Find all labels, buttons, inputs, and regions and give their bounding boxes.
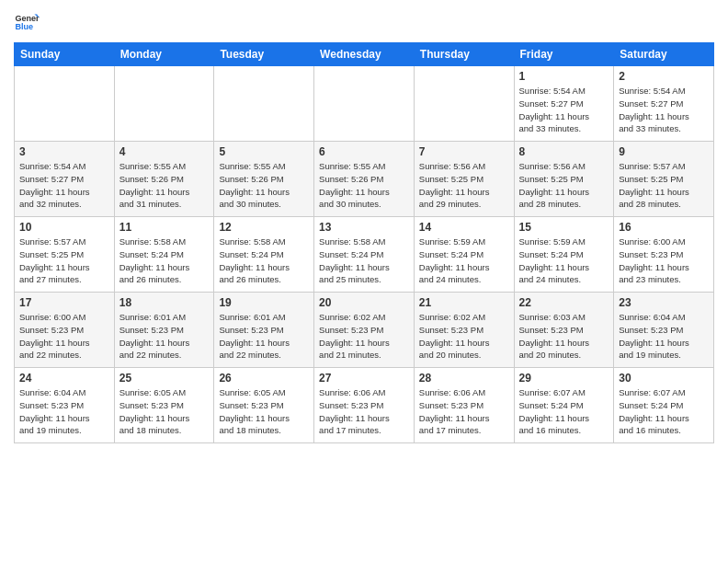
svg-text:Blue: Blue: [15, 22, 33, 31]
calendar-cell: 14Sunrise: 5:59 AM Sunset: 5:24 PM Dayli…: [414, 217, 514, 293]
weekday-header-monday: Monday: [114, 43, 214, 66]
calendar-table: SundayMondayTuesdayWednesdayThursdayFrid…: [14, 42, 714, 443]
day-number: 19: [219, 296, 309, 309]
calendar-cell: 4Sunrise: 5:55 AM Sunset: 5:26 PM Daylig…: [114, 142, 214, 217]
day-number: 9: [619, 145, 709, 158]
calendar-cell: 6Sunrise: 5:55 AM Sunset: 5:26 PM Daylig…: [314, 142, 415, 217]
calendar-cell: [214, 66, 314, 142]
day-number: 3: [19, 145, 109, 158]
day-info: Sunrise: 6:00 AM Sunset: 5:23 PM Dayligh…: [619, 236, 709, 286]
calendar-cell: 21Sunrise: 6:02 AM Sunset: 5:23 PM Dayli…: [414, 293, 514, 368]
day-info: Sunrise: 6:01 AM Sunset: 5:23 PM Dayligh…: [219, 311, 309, 362]
weekday-header-tuesday: Tuesday: [214, 43, 314, 66]
calendar-cell: 26Sunrise: 6:05 AM Sunset: 5:23 PM Dayli…: [214, 368, 314, 443]
day-info: Sunrise: 5:55 AM Sunset: 5:26 PM Dayligh…: [319, 160, 409, 211]
day-number: 6: [319, 145, 409, 158]
day-number: 14: [419, 221, 509, 234]
day-info: Sunrise: 6:02 AM Sunset: 5:23 PM Dayligh…: [319, 311, 409, 362]
day-info: Sunrise: 6:06 AM Sunset: 5:23 PM Dayligh…: [419, 386, 509, 437]
day-info: Sunrise: 5:55 AM Sunset: 5:26 PM Dayligh…: [119, 160, 210, 211]
day-info: Sunrise: 5:56 AM Sunset: 5:25 PM Dayligh…: [519, 160, 609, 211]
calendar-cell: 1Sunrise: 5:54 AM Sunset: 5:27 PM Daylig…: [514, 66, 614, 142]
day-number: 26: [219, 372, 309, 385]
day-number: 15: [519, 221, 609, 234]
calendar-cell: 12Sunrise: 5:58 AM Sunset: 5:24 PM Dayli…: [214, 217, 314, 293]
day-number: 23: [619, 296, 709, 309]
week-row-1: 1Sunrise: 5:54 AM Sunset: 5:27 PM Daylig…: [15, 66, 714, 142]
day-number: 25: [119, 372, 210, 385]
day-number: 8: [519, 145, 609, 158]
day-info: Sunrise: 5:56 AM Sunset: 5:25 PM Dayligh…: [419, 160, 509, 211]
day-info: Sunrise: 5:59 AM Sunset: 5:24 PM Dayligh…: [519, 236, 609, 286]
day-info: Sunrise: 5:58 AM Sunset: 5:24 PM Dayligh…: [319, 236, 409, 286]
calendar-cell: 2Sunrise: 5:54 AM Sunset: 5:27 PM Daylig…: [614, 66, 714, 142]
day-number: 24: [19, 372, 109, 385]
week-row-4: 17Sunrise: 6:00 AM Sunset: 5:23 PM Dayli…: [15, 293, 714, 368]
calendar-cell: 24Sunrise: 6:04 AM Sunset: 5:23 PM Dayli…: [15, 368, 115, 443]
calendar-cell: 23Sunrise: 6:04 AM Sunset: 5:23 PM Dayli…: [614, 293, 714, 368]
calendar-cell: 5Sunrise: 5:55 AM Sunset: 5:26 PM Daylig…: [214, 142, 314, 217]
weekday-header-wednesday: Wednesday: [314, 43, 415, 66]
day-number: 22: [519, 296, 609, 309]
calendar-cell: 3Sunrise: 5:54 AM Sunset: 5:27 PM Daylig…: [15, 142, 115, 217]
day-info: Sunrise: 6:04 AM Sunset: 5:23 PM Dayligh…: [19, 386, 109, 437]
calendar-cell: 19Sunrise: 6:01 AM Sunset: 5:23 PM Dayli…: [214, 293, 314, 368]
day-info: Sunrise: 5:58 AM Sunset: 5:24 PM Dayligh…: [219, 236, 309, 286]
calendar-header-row: SundayMondayTuesdayWednesdayThursdayFrid…: [15, 43, 714, 66]
day-info: Sunrise: 5:54 AM Sunset: 5:27 PM Dayligh…: [619, 85, 709, 135]
calendar-cell: 27Sunrise: 6:06 AM Sunset: 5:23 PM Dayli…: [314, 368, 415, 443]
calendar-cell: 7Sunrise: 5:56 AM Sunset: 5:25 PM Daylig…: [414, 142, 514, 217]
day-info: Sunrise: 6:06 AM Sunset: 5:23 PM Dayligh…: [319, 386, 409, 437]
day-number: 4: [119, 145, 210, 158]
calendar-cell: 11Sunrise: 5:58 AM Sunset: 5:24 PM Dayli…: [114, 217, 214, 293]
day-info: Sunrise: 6:07 AM Sunset: 5:24 PM Dayligh…: [619, 386, 709, 437]
calendar-cell: [414, 66, 514, 142]
calendar-cell: 16Sunrise: 6:00 AM Sunset: 5:23 PM Dayli…: [614, 217, 714, 293]
day-info: Sunrise: 5:58 AM Sunset: 5:24 PM Dayligh…: [119, 236, 210, 286]
day-number: 30: [619, 372, 709, 385]
week-row-2: 3Sunrise: 5:54 AM Sunset: 5:27 PM Daylig…: [15, 142, 714, 217]
day-info: Sunrise: 5:54 AM Sunset: 5:27 PM Dayligh…: [19, 160, 109, 211]
calendar-cell: 9Sunrise: 5:57 AM Sunset: 5:25 PM Daylig…: [614, 142, 714, 217]
day-number: 16: [619, 221, 709, 234]
calendar-cell: 13Sunrise: 5:58 AM Sunset: 5:24 PM Dayli…: [314, 217, 415, 293]
calendar-cell: 22Sunrise: 6:03 AM Sunset: 5:23 PM Dayli…: [514, 293, 614, 368]
calendar-page: General Blue SundayMondayTuesdayWednesda…: [0, 0, 728, 563]
calendar-cell: 18Sunrise: 6:01 AM Sunset: 5:23 PM Dayli…: [114, 293, 214, 368]
day-number: 17: [19, 296, 109, 309]
calendar-cell: 28Sunrise: 6:06 AM Sunset: 5:23 PM Dayli…: [414, 368, 514, 443]
calendar-cell: [114, 66, 214, 142]
calendar-cell: 10Sunrise: 5:57 AM Sunset: 5:25 PM Dayli…: [15, 217, 115, 293]
weekday-header-friday: Friday: [514, 43, 614, 66]
day-number: 1: [519, 70, 609, 83]
calendar-cell: 15Sunrise: 5:59 AM Sunset: 5:24 PM Dayli…: [514, 217, 614, 293]
calendar-cell: 17Sunrise: 6:00 AM Sunset: 5:23 PM Dayli…: [15, 293, 115, 368]
day-info: Sunrise: 5:55 AM Sunset: 5:26 PM Dayligh…: [219, 160, 309, 211]
day-info: Sunrise: 6:03 AM Sunset: 5:23 PM Dayligh…: [519, 311, 609, 362]
day-info: Sunrise: 6:01 AM Sunset: 5:23 PM Dayligh…: [119, 311, 210, 362]
day-number: 20: [319, 296, 409, 309]
calendar-cell: 20Sunrise: 6:02 AM Sunset: 5:23 PM Dayli…: [314, 293, 415, 368]
day-number: 21: [419, 296, 509, 309]
day-number: 12: [219, 221, 309, 234]
calendar-cell: 30Sunrise: 6:07 AM Sunset: 5:24 PM Dayli…: [614, 368, 714, 443]
weekday-header-sunday: Sunday: [15, 43, 115, 66]
calendar-cell: [314, 66, 415, 142]
day-number: 28: [419, 372, 509, 385]
day-number: 18: [119, 296, 210, 309]
day-info: Sunrise: 5:57 AM Sunset: 5:25 PM Dayligh…: [19, 236, 109, 286]
weekday-header-saturday: Saturday: [614, 43, 714, 66]
day-info: Sunrise: 6:05 AM Sunset: 5:23 PM Dayligh…: [219, 386, 309, 437]
calendar-cell: [15, 66, 115, 142]
day-info: Sunrise: 5:54 AM Sunset: 5:27 PM Dayligh…: [519, 85, 609, 135]
weekday-header-thursday: Thursday: [414, 43, 514, 66]
day-number: 2: [619, 70, 709, 83]
week-row-5: 24Sunrise: 6:04 AM Sunset: 5:23 PM Dayli…: [15, 368, 714, 443]
day-number: 27: [319, 372, 409, 385]
calendar-cell: 8Sunrise: 5:56 AM Sunset: 5:25 PM Daylig…: [514, 142, 614, 217]
day-number: 10: [19, 221, 109, 234]
day-info: Sunrise: 6:05 AM Sunset: 5:23 PM Dayligh…: [119, 386, 210, 437]
week-row-3: 10Sunrise: 5:57 AM Sunset: 5:25 PM Dayli…: [15, 217, 714, 293]
day-info: Sunrise: 6:04 AM Sunset: 5:23 PM Dayligh…: [619, 311, 709, 362]
day-number: 29: [519, 372, 609, 385]
